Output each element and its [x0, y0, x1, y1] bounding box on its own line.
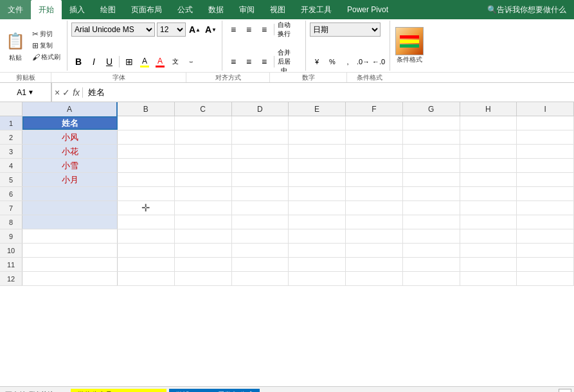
cell-i2[interactable]	[517, 130, 574, 144]
tab-page-layout[interactable]: 页面布局	[123, 0, 170, 19]
copy-button[interactable]: ⊞复制	[30, 40, 63, 51]
paste-button[interactable]: 📋 粘贴	[4, 29, 27, 62]
align-top-center-button[interactable]: ≡	[242, 22, 256, 37]
cell-i6[interactable]	[517, 187, 574, 200]
cell-f4[interactable]	[346, 159, 403, 172]
wen-button[interactable]: 文	[168, 55, 183, 69]
cell-i5[interactable]	[517, 173, 574, 186]
cell-b1[interactable]	[118, 116, 175, 130]
cell-g5[interactable]	[403, 173, 460, 186]
col-header-d[interactable]: D	[232, 102, 289, 116]
cell-c4[interactable]	[175, 159, 232, 172]
cell-e7[interactable]	[289, 201, 346, 215]
align-middle-center-button[interactable]: ≡	[242, 55, 256, 69]
cell-h6[interactable]	[460, 187, 517, 200]
cell-i4[interactable]	[517, 159, 574, 172]
cell-d2[interactable]	[232, 130, 289, 144]
cell-i3[interactable]	[517, 145, 574, 158]
underline-button[interactable]: U	[102, 55, 116, 69]
cell-g6[interactable]	[403, 187, 460, 200]
tab-insert[interactable]: 插入	[62, 0, 93, 19]
align-top-left-button[interactable]: ≡	[226, 22, 240, 37]
col-header-g[interactable]: G	[403, 102, 460, 116]
cell-c5[interactable]	[175, 173, 232, 186]
row-num-2[interactable]: 2	[0, 130, 22, 144]
cell-d5[interactable]	[232, 173, 289, 186]
cell-f2[interactable]	[346, 130, 403, 144]
cell-h7[interactable]	[460, 201, 517, 215]
cell-b7[interactable]: ✛	[118, 201, 175, 215]
col-header-h[interactable]: H	[460, 102, 517, 116]
weibo-badge[interactable]: 微博@Excel_函数与公式	[169, 389, 260, 392]
row-num-6[interactable]: 6	[0, 187, 22, 200]
row-num-4[interactable]: 4	[0, 159, 22, 172]
row-num-1[interactable]: 1	[0, 116, 22, 130]
cell-f3[interactable]	[346, 145, 403, 158]
col-header-c[interactable]: C	[175, 102, 232, 116]
cell-f6[interactable]	[346, 187, 403, 200]
caret-button[interactable]: ⌣	[184, 55, 198, 69]
tab-formula[interactable]: 公式	[170, 0, 201, 19]
percent-button[interactable]: %	[325, 55, 339, 69]
tab-review[interactable]: 审阅	[231, 0, 262, 19]
italic-button[interactable]: I	[87, 55, 101, 69]
cell-c1[interactable]	[175, 116, 232, 130]
tab-file[interactable]: 文件	[0, 0, 31, 19]
merge-center-button[interactable]: 合并后居中	[277, 55, 291, 69]
weixin-badge[interactable]: 微信公众号（ExcelLiRui）	[71, 389, 166, 392]
cell-e4[interactable]	[289, 159, 346, 172]
cell-a5[interactable]: 小月	[22, 173, 118, 186]
cell-g3[interactable]	[403, 145, 460, 158]
cell-a3[interactable]: 小花	[22, 145, 118, 158]
cell-d7[interactable]	[232, 201, 289, 215]
cell-g1[interactable]	[403, 116, 460, 130]
cell-b4[interactable]	[118, 159, 175, 172]
cell-e2[interactable]	[289, 130, 346, 144]
cell-i7[interactable]	[517, 201, 574, 215]
font-size-select[interactable]: 12	[157, 22, 186, 37]
row-num-9[interactable]: 9	[0, 229, 22, 243]
cell-f7[interactable]	[346, 201, 403, 215]
cut-button[interactable]: ✂剪切	[30, 29, 63, 39]
cell-b2[interactable]	[118, 130, 175, 144]
cell-h4[interactable]	[460, 159, 517, 172]
decrease-decimal-button[interactable]: ←.0	[372, 55, 386, 69]
col-header-b[interactable]: B	[118, 102, 175, 116]
align-top-right-button[interactable]: ≡	[257, 22, 271, 37]
number-format-select[interactable]: 日期	[310, 22, 381, 37]
cell-g4[interactable]	[403, 159, 460, 172]
align-middle-left-button[interactable]: ≡	[226, 55, 240, 69]
cell-b6[interactable]	[118, 187, 175, 200]
cell-a2[interactable]: 小风	[22, 130, 118, 144]
cell-b5[interactable]	[118, 173, 175, 186]
cell-f1[interactable]	[346, 116, 403, 130]
row-num-11[interactable]: 11	[0, 258, 22, 271]
tab-data[interactable]: 数据	[201, 0, 231, 19]
cell-c6[interactable]	[175, 187, 232, 200]
function-icon[interactable]: fx	[73, 87, 80, 98]
format-painter-button[interactable]: 🖌格式刷	[30, 52, 63, 62]
confirm-icon[interactable]: ✓	[62, 87, 70, 98]
cell-a6[interactable]	[22, 187, 118, 200]
add-sheet-button[interactable]: +	[559, 389, 571, 393]
formula-input[interactable]	[83, 83, 574, 102]
bold-button[interactable]: B	[71, 55, 85, 69]
cell-e5[interactable]	[289, 173, 346, 186]
row-num-3[interactable]: 3	[0, 145, 22, 158]
align-middle-right-button[interactable]: ≡	[257, 55, 271, 69]
fill-color-button[interactable]: A	[138, 55, 152, 69]
cell-c3[interactable]	[175, 145, 232, 158]
decrease-font-button[interactable]: A▼	[204, 22, 218, 37]
cell-h5[interactable]	[460, 173, 517, 186]
cell-i1[interactable]	[517, 116, 574, 130]
cell-a1[interactable]: 姓名	[22, 116, 118, 130]
cell-d3[interactable]	[232, 145, 289, 158]
ribbon-search[interactable]: 🔍 告诉我你想要做什么	[480, 0, 574, 19]
row-num-8[interactable]: 8	[0, 215, 22, 229]
cell-d1[interactable]	[232, 116, 289, 130]
row-num-12[interactable]: 12	[0, 272, 22, 285]
cancel-icon[interactable]: ×	[55, 87, 60, 98]
tab-power-pivot[interactable]: Power Pivot	[339, 0, 396, 19]
row-num-10[interactable]: 10	[0, 244, 22, 257]
cell-h2[interactable]	[460, 130, 517, 144]
